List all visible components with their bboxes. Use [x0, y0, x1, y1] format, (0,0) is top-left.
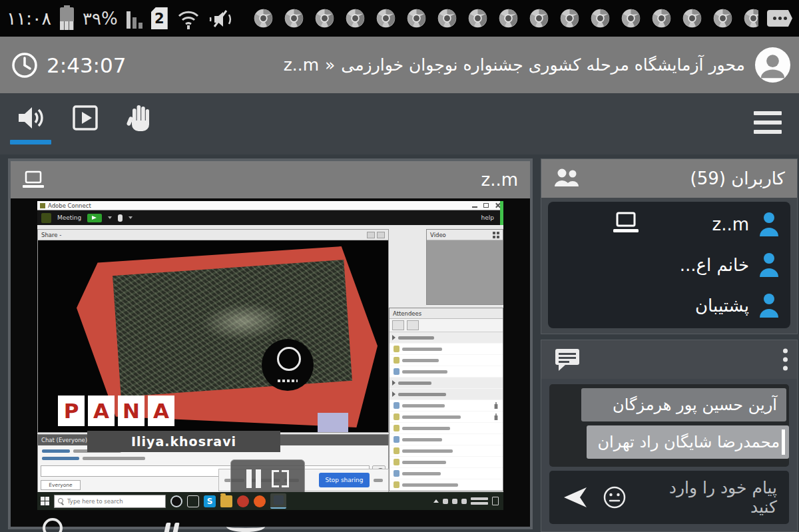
chrome-notification-icon[interactable] [589, 7, 611, 29]
windows-taskbar: Type here to search S [37, 492, 503, 510]
user-list-item[interactable]: z..m [559, 206, 780, 243]
system-tray[interactable] [433, 497, 500, 505]
pod-fullscreen-icon[interactable] [377, 232, 385, 238]
attendee-row[interactable] [390, 423, 503, 434]
inner-share-pod: Share - P A N A [37, 229, 389, 433]
skype-icon[interactable]: S [204, 495, 216, 507]
emoji-icon[interactable] [603, 485, 627, 509]
microphone-icon[interactable] [118, 214, 123, 222]
attendees-list[interactable] [390, 332, 503, 491]
chrome-notification-icon[interactable] [712, 7, 734, 29]
section-label-bar [398, 382, 431, 385]
chrome-notification-icon[interactable] [467, 7, 489, 29]
attendee-name-bar [402, 348, 442, 351]
taskbar-search[interactable]: Type here to search [54, 495, 166, 508]
chrome-notification-icon[interactable] [559, 7, 581, 29]
attendee-row[interactable] [390, 434, 503, 445]
attendee-row[interactable] [390, 400, 503, 411]
pod-options-icon[interactable] [367, 232, 375, 238]
attendee-status-icon [394, 368, 400, 375]
minimize-icon[interactable] [472, 206, 477, 208]
chrome-notification-icon[interactable] [252, 7, 274, 29]
audio-status-icon[interactable] [87, 214, 102, 222]
attendee-status-icon [394, 436, 400, 443]
avatar-icon[interactable] [754, 47, 791, 83]
elapsed-time-value: 2:43:07 [47, 53, 127, 77]
task-view-icon[interactable] [187, 495, 199, 507]
app-root: ۱۱:۰۸ ۳۹% 2 [0, 0, 799, 532]
chrome-notification-icon[interactable] [620, 7, 642, 29]
attendee-section-row[interactable] [390, 389, 503, 400]
chrome-notification-icon[interactable] [681, 7, 703, 29]
presenter-watermark: Iliya.khosravi [87, 431, 280, 452]
meeting-menu[interactable]: Meeting [57, 214, 81, 221]
speaker-button[interactable] [9, 102, 52, 144]
battery-icon [60, 7, 74, 30]
fullscreen-icon[interactable] [272, 470, 289, 487]
tray-icon[interactable] [443, 499, 448, 504]
chat-text-line [42, 457, 145, 460]
cortana-icon[interactable] [170, 495, 182, 507]
attendees-view-icon[interactable] [392, 320, 404, 330]
chrome-notification-icon[interactable] [528, 7, 550, 29]
chrome-notification-icon[interactable] [344, 7, 366, 29]
users-panel-header: کاربران (59) [541, 159, 797, 198]
pause-icon[interactable] [246, 469, 261, 488]
chat-options-icon[interactable] [783, 349, 788, 371]
firefox-icon[interactable] [254, 495, 266, 507]
attendee-section-row[interactable] [390, 332, 503, 344]
attendee-section-row[interactable] [390, 378, 503, 389]
chat-message-text: محمدرضا شایگان راد تهران [597, 433, 780, 451]
stop-sharing-button[interactable]: Stop sharing [319, 473, 370, 487]
chrome-notification-icon[interactable] [497, 7, 519, 29]
menu-button[interactable] [754, 111, 782, 134]
chrome-notification-icon[interactable] [283, 7, 305, 29]
raise-hand-button[interactable] [119, 102, 161, 134]
chat-input-bar[interactable]: پیام خود را وارد کنید [549, 471, 789, 524]
attendee-row[interactable] [390, 479, 503, 491]
file-explorer-icon[interactable] [220, 495, 232, 507]
chrome-notification-icon[interactable] [375, 7, 397, 29]
section-caret-icon [392, 380, 396, 386]
attendee-row[interactable] [390, 355, 503, 366]
maximize-icon[interactable] [483, 203, 489, 208]
chrome-notification-icon[interactable] [742, 7, 758, 29]
chevron-down-icon[interactable] [108, 216, 112, 219]
chrome-notification-icon[interactable] [314, 7, 336, 29]
attendees-status-icon[interactable] [407, 320, 419, 330]
chrome-notification-icon[interactable] [405, 7, 427, 29]
user-list-item[interactable]: خانم اع... [559, 246, 780, 284]
tray-expand-icon[interactable] [433, 499, 439, 503]
taskbar-clock[interactable] [471, 497, 488, 505]
slide-corner-graphic [318, 413, 348, 432]
attendee-row[interactable] [390, 457, 503, 468]
attendee-row[interactable] [390, 445, 503, 457]
send-icon[interactable] [561, 486, 589, 509]
connect-logo-icon [41, 213, 51, 223]
attendee-row[interactable] [390, 366, 503, 378]
attendee-row[interactable] [390, 411, 503, 423]
chat-input-placeholder: پیام خود را وارد کنید [640, 478, 777, 517]
video-button[interactable] [64, 102, 107, 134]
app-icon-red[interactable] [237, 495, 249, 507]
chrome-notification-icon[interactable] [436, 7, 458, 29]
everyone-tab[interactable]: Everyone [41, 480, 81, 490]
tray-icon[interactable] [452, 499, 457, 504]
raised-hand-icon [493, 413, 499, 420]
active-app-icon[interactable] [270, 493, 286, 509]
chrome-notification-icon[interactable] [651, 7, 672, 29]
window-controls[interactable] [472, 202, 501, 208]
pana-letter: A [88, 396, 115, 426]
action-center-icon[interactable] [492, 497, 499, 505]
tray-icon[interactable] [461, 499, 467, 504]
attendee-row[interactable] [390, 468, 503, 479]
attendee-row[interactable] [390, 344, 503, 355]
user-list-item[interactable]: پشتیبان [559, 287, 780, 324]
signal-bars-icon [127, 9, 142, 29]
start-button-icon[interactable] [41, 497, 49, 505]
sim-card-icon: 2 [151, 7, 168, 29]
chevron-down-icon[interactable] [129, 216, 133, 219]
expand-icon[interactable] [493, 232, 499, 238]
more-notifications-icon[interactable] [767, 10, 792, 27]
help-menu[interactable]: help [481, 214, 499, 221]
